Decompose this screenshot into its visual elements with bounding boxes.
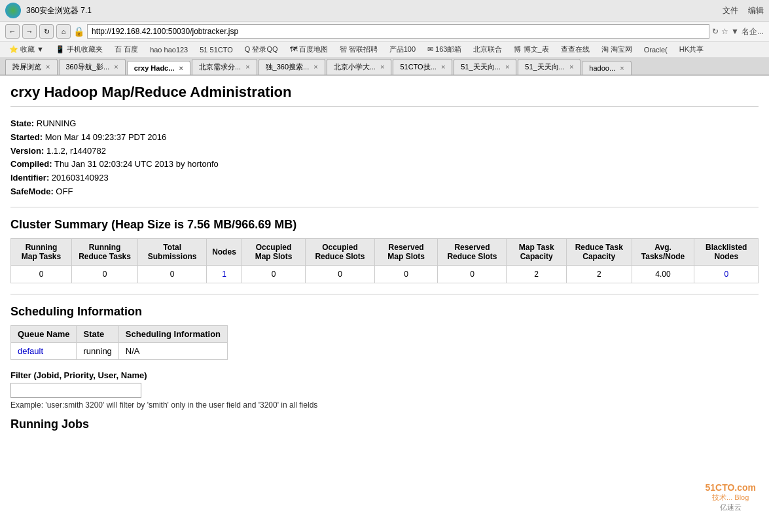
compiled-value: Thu Jan 31 02:03:24 UTC 2013 by hortonfo xyxy=(54,159,219,169)
val-occupied-reduce: 0 xyxy=(306,265,375,283)
bookmark-map[interactable]: 🗺 百度地图 xyxy=(286,43,332,56)
bookmark-taobao[interactable]: 淘 淘宝网 xyxy=(598,43,636,56)
col-running-map: Running Map Tasks xyxy=(11,238,72,265)
val-running-reduce: 0 xyxy=(71,265,137,283)
tab-hadoop2[interactable]: hadoo... × xyxy=(582,61,631,75)
started-value: Mon Mar 14 09:23:37 PDT 2016 xyxy=(45,132,167,142)
sched-col-queue: Queue Name xyxy=(11,325,77,342)
col-reserved-map: Reserved Map Slots xyxy=(374,238,438,265)
col-occupied-map: Occupied Map Slots xyxy=(241,238,305,265)
val-reduce-capacity: 2 xyxy=(566,265,632,283)
filter-label: Filter (Jobid, Priority, User, Name) xyxy=(10,370,759,380)
bookmark-email[interactable]: ✉ 163邮箱 xyxy=(423,43,465,56)
page-title: crxy Hadoop Map/Reduce Administration xyxy=(10,84,759,107)
bookmark-blog[interactable]: 博 博文_表 xyxy=(510,43,552,56)
sched-info: N/A xyxy=(118,342,227,359)
forward-button[interactable]: → xyxy=(22,24,37,39)
sched-row: default running N/A xyxy=(11,342,228,359)
filter-input[interactable] xyxy=(10,383,141,398)
col-reduce-capacity: Reduce Task Capacity xyxy=(566,238,632,265)
col-blacklisted: Blacklisted Nodes xyxy=(694,238,759,265)
col-nodes: Nodes xyxy=(207,238,242,265)
started-label: Started: xyxy=(10,132,43,142)
bookmark-hk[interactable]: HK共享 xyxy=(675,43,707,56)
sched-col-state: State xyxy=(77,325,118,342)
scheduling-title: Scheduling Information xyxy=(10,305,759,319)
dropdown-icon[interactable]: ▼ xyxy=(731,27,739,36)
tab-51cto-tech[interactable]: 51CTO技... × xyxy=(393,59,452,75)
scheduling-table: Queue Name State Scheduling Information … xyxy=(10,325,228,360)
sched-col-info: Scheduling Information xyxy=(118,325,227,342)
info-section: State: RUNNING Started: Mon Mar 14 09:23… xyxy=(10,117,759,207)
tab-school[interactable]: 北京小学大... × xyxy=(327,59,392,75)
address-bar[interactable] xyxy=(87,24,709,39)
bookmark-search[interactable]: 查查在线 xyxy=(557,43,594,56)
browser-logo xyxy=(5,3,21,18)
star-icon[interactable]: ☆ xyxy=(721,27,728,36)
bookmark-baidu[interactable]: 百 百度 xyxy=(111,43,142,56)
cluster-data-row: 0 0 0 1 0 0 0 0 2 2 4.00 0 xyxy=(11,265,759,283)
col-running-reduce: Running Reduce Tasks xyxy=(71,238,137,265)
state-label: State: xyxy=(10,118,34,128)
filter-section: Filter (Jobid, Priority, User, Name) Exa… xyxy=(10,370,759,410)
tab-daily1[interactable]: 51_天天向... × xyxy=(454,59,516,75)
filter-hint: Example: 'user:smith 3200' will filter b… xyxy=(10,400,759,410)
bookmark-favorites[interactable]: ⭐ 收藏 ▼ xyxy=(5,43,48,56)
bookmark-beijing[interactable]: 北京联合 xyxy=(469,43,506,56)
top-right-label: 名企... xyxy=(742,26,764,37)
val-running-map: 0 xyxy=(11,265,72,283)
col-avg-tasks: Avg. Tasks/Node xyxy=(632,238,694,265)
refresh-button[interactable]: ↻ xyxy=(39,24,54,39)
back-button[interactable]: ← xyxy=(5,24,20,39)
val-nodes: 1 xyxy=(207,265,242,283)
blacklisted-link[interactable]: 0 xyxy=(724,270,728,279)
queue-link[interactable]: default xyxy=(18,346,43,356)
tab-360search[interactable]: 独_360搜索... × xyxy=(259,59,325,75)
val-reserved-reduce: 0 xyxy=(438,265,507,283)
tab-daily2[interactable]: 51_天天向... × xyxy=(518,59,581,75)
browser-title: 360安全浏览器 7.1 xyxy=(26,5,92,16)
bookmark-oracle[interactable]: Oracle( xyxy=(640,44,671,55)
menu-file[interactable]: 文件 xyxy=(723,6,738,15)
running-jobs-title: Running Jobs xyxy=(10,417,759,431)
safemode-value: OFF xyxy=(56,186,73,196)
bookmark-51cto[interactable]: 51 51CTO xyxy=(196,44,237,55)
sched-state: running xyxy=(77,342,118,359)
refresh-icon[interactable]: ↻ xyxy=(712,27,719,36)
val-total-submissions: 0 xyxy=(138,265,207,283)
cluster-summary-title: Cluster Summary (Heap Size is 7.56 MB/96… xyxy=(10,218,759,232)
tab-beijing-req[interactable]: 北京需求分... × xyxy=(192,59,257,75)
col-occupied-reduce: Occupied Reduce Slots xyxy=(306,238,375,265)
bookmark-qq[interactable]: Q 登录QQ xyxy=(241,43,282,56)
val-blacklisted: 0 xyxy=(694,265,759,283)
val-reserved-map: 0 xyxy=(374,265,438,283)
val-avg-tasks: 4.00 xyxy=(632,265,694,283)
bookmark-jobs[interactable]: 智 智联招聘 xyxy=(336,43,382,56)
compiled-label: Compiled: xyxy=(10,159,52,169)
version-value: 1.1.2, r1440782 xyxy=(46,146,106,156)
tab-360nav[interactable]: 360导航_影... × xyxy=(59,59,126,75)
sched-queue-name: default xyxy=(11,342,77,359)
col-total-submissions: Total Submissions xyxy=(138,238,207,265)
nodes-link[interactable]: 1 xyxy=(222,270,226,279)
bookmark-mobile[interactable]: 📱 手机收藏夹 xyxy=(52,43,107,56)
menu-edit[interactable]: 编辑 xyxy=(748,6,764,15)
state-value: RUNNING xyxy=(37,118,77,128)
cluster-summary-table: Running Map Tasks Running Reduce Tasks T… xyxy=(10,238,759,283)
val-occupied-map: 0 xyxy=(241,265,305,283)
version-label: Version: xyxy=(10,146,44,156)
bookmark-hao123[interactable]: hao hao123 xyxy=(146,44,192,55)
identifier-value: 201603140923 xyxy=(52,173,109,183)
val-map-capacity: 2 xyxy=(507,265,566,283)
tab-cross-screen[interactable]: 跨屏浏览 × xyxy=(5,59,58,75)
security-icon: 🔒 xyxy=(73,26,84,37)
col-reserved-reduce: Reserved Reduce Slots xyxy=(438,238,507,265)
safemode-label: SafeMode: xyxy=(10,186,54,196)
divider1 xyxy=(10,294,759,294)
home-button[interactable]: ⌂ xyxy=(56,24,71,39)
tab-hadoop[interactable]: crxy Hadc... × xyxy=(127,61,190,75)
col-map-capacity: Map Task Capacity xyxy=(507,238,566,265)
identifier-label: Identifier: xyxy=(10,173,49,183)
bookmark-products[interactable]: 产品100 xyxy=(385,43,420,56)
